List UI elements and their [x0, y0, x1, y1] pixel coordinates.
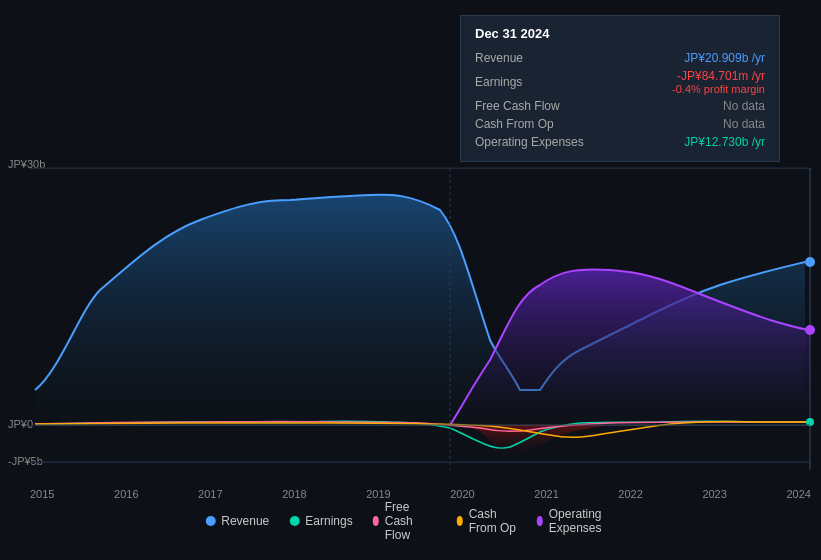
tooltip-box: Dec 31 2024 Revenue JP¥20.909b /yr Earni… [460, 15, 780, 162]
legend-label-fcf: Free Cash Flow [385, 500, 437, 542]
tooltip-value-cashop: No data [723, 117, 765, 131]
x-label-2020: 2020 [450, 488, 474, 500]
x-label-2023: 2023 [702, 488, 726, 500]
legend-label-revenue: Revenue [221, 514, 269, 528]
opex-end-dot [805, 325, 815, 335]
x-label-2015: 2015 [30, 488, 54, 500]
chart-container: Dec 31 2024 Revenue JP¥20.909b /yr Earni… [0, 0, 821, 560]
x-label-2016: 2016 [114, 488, 138, 500]
tooltip-label-earnings: Earnings [475, 75, 595, 89]
x-label-2022: 2022 [618, 488, 642, 500]
tooltip-label-revenue: Revenue [475, 51, 595, 65]
legend-dot-revenue [205, 516, 215, 526]
x-label-2021: 2021 [534, 488, 558, 500]
chart-legend: Revenue Earnings Free Cash Flow Cash Fro… [205, 500, 616, 542]
tooltip-value-earnings: -JP¥84.701m /yr [672, 69, 765, 83]
legend-item-earnings[interactable]: Earnings [289, 514, 352, 528]
tooltip-value-fcf: No data [723, 99, 765, 113]
legend-label-opex: Operating Expenses [549, 507, 616, 535]
tooltip-row-opex: Operating Expenses JP¥12.730b /yr [475, 133, 765, 151]
tooltip-value-revenue: JP¥20.909b /yr [684, 51, 765, 65]
legend-item-cashop[interactable]: Cash From Op [457, 507, 517, 535]
tooltip-label-fcf: Free Cash Flow [475, 99, 595, 113]
tooltip-row-cashop: Cash From Op No data [475, 115, 765, 133]
legend-dot-earnings [289, 516, 299, 526]
tooltip-label-cashop: Cash From Op [475, 117, 595, 131]
x-label-2018: 2018 [282, 488, 306, 500]
x-axis: 2015 2016 2017 2018 2019 2020 2021 2022 … [30, 488, 811, 500]
tooltip-row-fcf: Free Cash Flow No data [475, 97, 765, 115]
x-label-2019: 2019 [366, 488, 390, 500]
tooltip-value-opex: JP¥12.730b /yr [684, 135, 765, 149]
tooltip-row-revenue: Revenue JP¥20.909b /yr [475, 49, 765, 67]
legend-label-cashop: Cash From Op [469, 507, 517, 535]
revenue-end-dot [805, 257, 815, 267]
legend-dot-fcf [373, 516, 379, 526]
legend-dot-cashop [457, 516, 463, 526]
legend-item-revenue[interactable]: Revenue [205, 514, 269, 528]
x-label-2024: 2024 [786, 488, 810, 500]
legend-item-fcf[interactable]: Free Cash Flow [373, 500, 437, 542]
tooltip-profit-margin: -0.4% profit margin [672, 83, 765, 95]
legend-item-opex[interactable]: Operating Expenses [537, 507, 616, 535]
x-label-2017: 2017 [198, 488, 222, 500]
legend-dot-opex [537, 516, 543, 526]
legend-label-earnings: Earnings [305, 514, 352, 528]
tooltip-label-opex: Operating Expenses [475, 135, 595, 149]
tooltip-row-earnings: Earnings -JP¥84.701m /yr -0.4% profit ma… [475, 67, 765, 97]
tooltip-date: Dec 31 2024 [475, 26, 765, 41]
